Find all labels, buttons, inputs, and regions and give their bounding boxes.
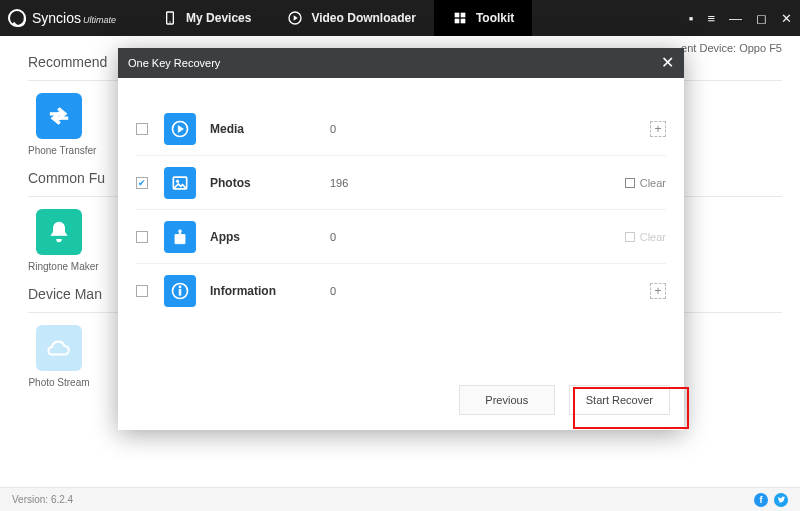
window-controls: ▪ ≡ — ◻ ✕ [689, 12, 792, 25]
maximize-button[interactable]: ◻ [756, 12, 767, 25]
clear-checkbox-icon [625, 178, 635, 188]
status-bar: Version: 6.2.4 f [0, 487, 800, 511]
tab-toolkit[interactable]: Toolkit [434, 0, 532, 36]
minimize-button[interactable]: — [729, 12, 742, 25]
clear-apps: Clear [625, 231, 666, 243]
clear-apps-label: Clear [640, 231, 666, 243]
version-label: Version: 6.2.4 [12, 494, 73, 505]
photos-icon [164, 167, 196, 199]
one-key-recovery-dialog: One Key Recovery ✕ Media 0 + Photos 196 … [118, 48, 684, 430]
checkbox-photos[interactable] [136, 177, 148, 189]
svg-rect-3 [455, 13, 460, 18]
row-information-count: 0 [330, 285, 390, 297]
app-logo: SynciosUltimate [8, 9, 116, 27]
row-photos: Photos 196 Clear [136, 156, 666, 210]
row-media-count: 0 [330, 123, 390, 135]
row-information: Information 0 + [136, 264, 666, 318]
checkbox-information[interactable] [136, 285, 148, 297]
checkbox-media[interactable] [136, 123, 148, 135]
tab-video-downloader[interactable]: Video Downloader [269, 0, 433, 36]
tab-my-devices[interactable]: My Devices [144, 0, 269, 36]
row-photos-label: Photos [210, 176, 330, 190]
close-icon[interactable]: ✕ [661, 55, 674, 71]
apps-icon [164, 221, 196, 253]
row-photos-count: 196 [330, 177, 390, 189]
syncios-logo-icon [8, 9, 26, 27]
feedback-icon[interactable]: ▪ [689, 12, 694, 25]
main-tabs: My Devices Video Downloader Toolkit [144, 0, 532, 36]
row-apps-label: Apps [210, 230, 330, 244]
app-name: SynciosUltimate [32, 10, 116, 26]
svg-rect-6 [461, 19, 466, 24]
clear-checkbox-icon [625, 232, 635, 242]
menu-icon[interactable]: ≡ [707, 12, 715, 25]
svg-point-1 [169, 21, 170, 22]
grid-icon [452, 10, 468, 26]
close-window-button[interactable]: ✕ [781, 12, 792, 25]
svg-point-9 [176, 180, 179, 183]
social-links: f [754, 493, 788, 507]
twitter-icon[interactable] [774, 493, 788, 507]
svg-rect-12 [179, 286, 181, 288]
clear-photos[interactable]: Clear [625, 177, 666, 189]
tab-toolkit-label: Toolkit [476, 11, 514, 25]
dialog-body: Media 0 + Photos 196 Clear Apps 0 [118, 78, 684, 370]
tab-my-devices-label: My Devices [186, 11, 251, 25]
clear-photos-label: Clear [640, 177, 666, 189]
row-information-label: Information [210, 284, 330, 298]
add-icon[interactable]: + [650, 283, 666, 299]
row-media-label: Media [210, 122, 330, 136]
media-icon [164, 113, 196, 145]
row-apps: Apps 0 Clear [136, 210, 666, 264]
previous-button[interactable]: Previous [459, 385, 555, 415]
title-bar: SynciosUltimate My Devices Video Downloa… [0, 0, 800, 36]
svg-rect-5 [455, 19, 460, 24]
info-icon [164, 275, 196, 307]
dialog-header: One Key Recovery ✕ [118, 48, 684, 78]
tab-video-downloader-label: Video Downloader [311, 11, 415, 25]
add-icon[interactable]: + [650, 121, 666, 137]
svg-rect-11 [179, 289, 181, 295]
svg-rect-4 [461, 13, 466, 18]
checkbox-apps[interactable] [136, 231, 148, 243]
row-apps-count: 0 [330, 231, 390, 243]
start-recover-button[interactable]: Start Recover [569, 385, 670, 415]
dialog-footer: Previous Start Recover [118, 370, 684, 430]
row-media: Media 0 + [136, 102, 666, 156]
play-circle-icon [287, 10, 303, 26]
facebook-icon[interactable]: f [754, 493, 768, 507]
phone-icon [162, 10, 178, 26]
dialog-title: One Key Recovery [128, 57, 220, 69]
